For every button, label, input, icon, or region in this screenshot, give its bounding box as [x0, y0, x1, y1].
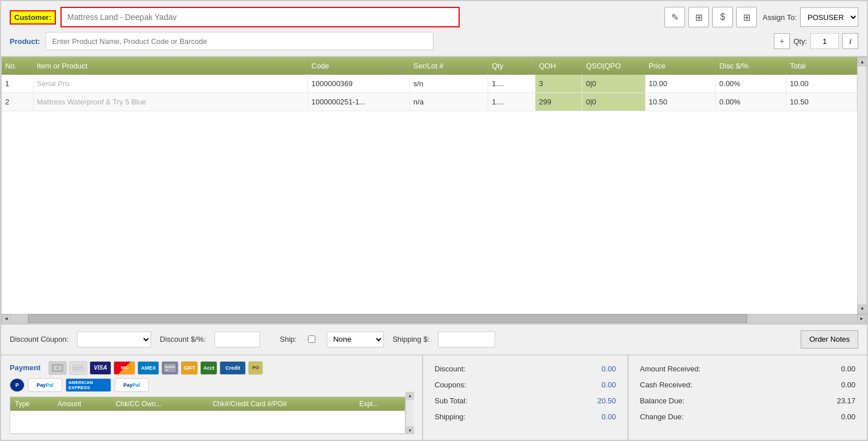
paypal2-icon[interactable]: PayPal [115, 378, 149, 392]
row1-no: 1 [2, 75, 33, 93]
paypal-icon[interactable]: PayPal [28, 378, 62, 392]
amount-col-header: Amount [52, 397, 111, 411]
assign-label: Assign To: [762, 13, 797, 22]
expiry-col-header: Expi... [354, 397, 404, 411]
ship-select[interactable]: None [327, 331, 384, 347]
ship-checkbox[interactable] [308, 335, 315, 343]
cash-icon[interactable] [48, 361, 67, 375]
row1-serlot: s/n [409, 75, 488, 93]
cc-icon[interactable] [161, 361, 179, 375]
product-row: Product: + Qty: i [10, 32, 858, 50]
col-qty-header: Qty [488, 57, 536, 75]
add-button[interactable]: ⊞ [688, 7, 709, 27]
amex2-icon[interactable]: AMERICAN EXPRESS [66, 378, 111, 392]
change-due-label: Change Due: [640, 412, 684, 421]
col-total-header: Total [786, 57, 857, 75]
row1-price: 10.00 [645, 75, 716, 93]
payment-scroll-down[interactable]: ▼ [406, 426, 414, 434]
shipping-total-label: Shipping: [435, 412, 465, 421]
ship-label: Ship: [280, 335, 297, 343]
row2-qso: 0|0 [582, 93, 645, 111]
bottom-section: Discount Coupon: Discount $/%: Ship: Non… [1, 323, 867, 440]
discount-coupon-select[interactable] [77, 331, 151, 347]
col-price-header: Price [645, 57, 716, 75]
customer-label: Customer: [10, 10, 56, 25]
scroll-down-button[interactable]: ▼ [858, 305, 866, 314]
check-svg [72, 363, 84, 373]
discount-pct-input[interactable] [214, 331, 260, 347]
qty-add-button[interactable]: + [774, 33, 790, 49]
assign-select[interactable]: POSUSER [800, 7, 858, 27]
qty-label: Qty: [793, 37, 807, 46]
order-notes-button[interactable]: Order Notes [801, 330, 858, 349]
right-totals: Amount Received: 0.00 Cash Received: 0.0… [628, 355, 867, 440]
header-right: ✎ ⊞ $ ⊞ Assign To: POSUSER [664, 7, 858, 27]
amount-received-value: 0.00 [841, 365, 855, 373]
info-button[interactable]: i [842, 33, 858, 49]
type-col-header: Type [10, 397, 52, 411]
mastercard-icon[interactable]: MC [113, 361, 135, 375]
paypal-row: P PayPal AMERICAN EXPRESS PayPal [10, 378, 413, 392]
scroll-right-button[interactable]: ► [857, 314, 866, 323]
customer-row: Customer: ✎ ⊞ $ ⊞ Assign To: PO [10, 7, 858, 27]
product-table: No. Item or Product Code Ser/Lot # Qty Q… [2, 57, 857, 111]
payment-scrollbar[interactable]: ▲ ▼ [405, 392, 413, 435]
visa-icon[interactable]: VISA [90, 361, 111, 375]
scroll-up-button[interactable]: ▲ [858, 57, 866, 66]
customer-input[interactable] [60, 7, 460, 27]
table-row[interactable]: 1 Serial Pro 1000000369 s/n 1.... 3 0|0 … [2, 75, 857, 93]
cash-received-label: Cash Received: [640, 381, 692, 389]
row1-qty: 1.... [488, 75, 536, 93]
shipping-input[interactable] [438, 331, 495, 347]
amex-icon[interactable]: AMEX [137, 361, 159, 375]
row2-serlot: n/a [409, 93, 488, 111]
payment-table-container: Type Amount Chk/CC Own... Chk#/Credit Ca… [10, 392, 413, 435]
check-icon[interactable] [69, 361, 87, 375]
shipping-total-row: Shipping: 0.00 [435, 409, 616, 425]
acct-icon[interactable]: Acct [200, 361, 217, 375]
coupons-value: 0.00 [602, 381, 616, 389]
col-qso-header: QSO|QPO [582, 57, 645, 75]
discount-total-label: Discount: [435, 365, 465, 373]
edit-button[interactable]: ✎ [664, 7, 685, 27]
add-icon: ⊞ [695, 12, 703, 23]
table-row[interactable]: 2 Mattress Waterproof & Try 5 Blue 10000… [2, 93, 857, 111]
paypal-p-icon[interactable]: P [10, 378, 25, 392]
subtotal-value: 20.50 [597, 397, 616, 405]
customer-input-wrapper [60, 7, 460, 27]
col-qoh-header: QOH [535, 57, 582, 75]
h-scroll-thumb [28, 314, 747, 323]
amount-received-row: Amount Received: 0.00 [640, 361, 855, 377]
dollar-button[interactable]: $ [712, 7, 733, 27]
credit-icon[interactable]: Credit [220, 361, 246, 375]
horizontal-scrollbar[interactable]: ◄ ► [2, 314, 866, 323]
table-inner: No. Item or Product Code Ser/Lot # Qty Q… [2, 57, 857, 314]
payment-totals-row: Payment [1, 355, 867, 440]
cash-received-row: Cash Received: 0.00 [640, 377, 855, 393]
discount-totals: Discount: 0.00 Coupons: 0.00 Sub Total: … [423, 355, 628, 440]
dollar-icon: $ [720, 12, 725, 22]
shipping-total-value: 0.00 [602, 412, 616, 421]
top-section: Customer: ✎ ⊞ $ ⊞ Assign To: PO [1, 1, 867, 56]
po-icon[interactable]: PO [248, 361, 263, 375]
coupons-label: Coupons: [435, 381, 467, 389]
product-input[interactable] [46, 32, 433, 50]
grid-button[interactable]: ⊞ [736, 7, 757, 27]
row2-code: 1000000251-1... [308, 93, 410, 111]
row1-qoh: 3 [535, 75, 582, 93]
gift-icon[interactable]: GIFT [181, 361, 198, 375]
shipping-dollar-label: Shipping $: [392, 335, 429, 343]
row2-price: 10.50 [645, 93, 716, 111]
svg-point-2 [56, 366, 59, 369]
scroll-track [858, 66, 866, 305]
main-container: Customer: ✎ ⊞ $ ⊞ Assign To: PO [0, 0, 868, 441]
qty-input[interactable] [810, 33, 839, 49]
cash-svg [52, 364, 63, 372]
discount-row: Discount Coupon: Discount $/%: Ship: Non… [1, 325, 867, 355]
coupons-total-row: Coupons: 0.00 [435, 377, 616, 393]
vertical-scrollbar[interactable]: ▲ ▼ [857, 57, 866, 314]
col-no-header: No. [2, 57, 33, 75]
scroll-left-button[interactable]: ◄ [2, 314, 11, 323]
payment-scroll-up[interactable]: ▲ [406, 392, 414, 400]
change-due-row: Change Due: 0.00 [640, 409, 855, 425]
